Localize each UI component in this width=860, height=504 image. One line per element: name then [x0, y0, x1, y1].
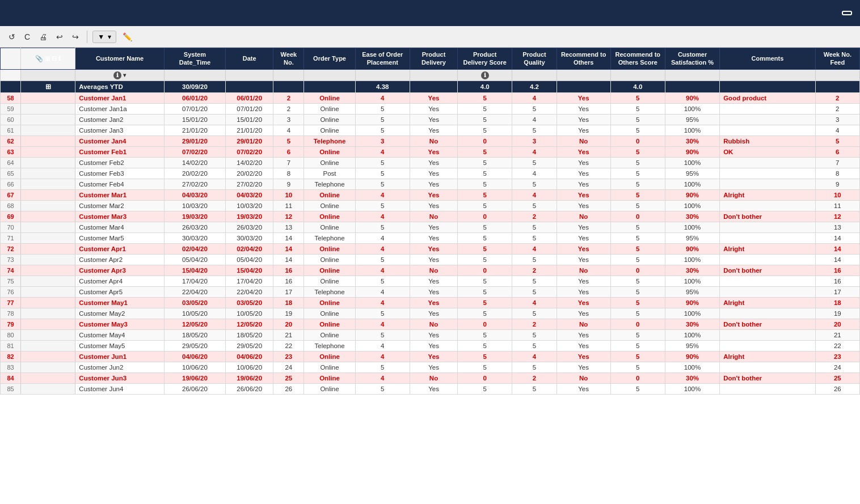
table-row[interactable]: 73 Customer Apr2 05/04/20 05/04/20 14 On… — [1, 254, 860, 265]
row-controls — [21, 329, 75, 340]
row-date: 10/05/20 — [226, 308, 273, 319]
table-row[interactable]: 69 Customer Mar3 19/03/20 19/03/20 12 On… — [1, 211, 860, 222]
row-customer-name: Customer Feb3 — [75, 168, 164, 179]
row-prodqual: 3 — [512, 135, 557, 146]
row-proddelsc: 0 — [458, 211, 512, 222]
table-container[interactable]: 📎 ⊞ ⊟ ℹ Customer Name System Date_Time D… — [0, 48, 860, 504]
table-row[interactable]: 62 Customer Jan4 29/01/20 29/01/20 5 Tel… — [1, 135, 860, 146]
clear-button[interactable]: C — [22, 31, 33, 43]
row-weekfeed: 26 — [815, 383, 859, 394]
table-row[interactable]: 61 Customer Jan3 21/01/20 21/01/20 4 Onl… — [1, 125, 860, 135]
avg-week — [273, 81, 304, 92]
redo-button[interactable]: ↪ — [69, 31, 82, 43]
filter-button[interactable]: ▼ ▾ — [92, 31, 116, 43]
subheader-name[interactable]: ℹ ▾ — [75, 69, 164, 81]
row-proddel: Yes — [410, 340, 457, 351]
row-ease: 4 — [355, 211, 410, 222]
edit-button[interactable]: ✏️ — [120, 31, 135, 43]
header-row: 📎 ⊞ ⊟ ℹ Customer Name System Date_Time D… — [1, 48, 860, 70]
row-proddel: Yes — [410, 146, 457, 157]
table-row[interactable]: 63 Customer Feb1 07/02/20 07/02/20 6 Onl… — [1, 146, 860, 157]
row-controls — [21, 372, 75, 383]
print-button[interactable]: 🖨 — [36, 31, 50, 43]
table-row[interactable]: 64 Customer Feb2 14/02/20 14/02/20 7 Onl… — [1, 157, 860, 168]
table-row[interactable]: 58 Customer Jan1 06/01/20 06/01/20 2 Onl… — [1, 92, 860, 103]
subheader-proddelsc: ℹ — [458, 69, 512, 81]
row-recsc: 5 — [610, 179, 665, 189]
row-controls — [21, 222, 75, 232]
row-sysdt: 29/05/20 — [164, 340, 225, 351]
row-week: 4 — [273, 125, 304, 135]
row-recoth: No — [557, 319, 610, 329]
subheader-recsc — [610, 69, 665, 81]
row-proddel: Yes — [410, 254, 457, 265]
row-proddelsc: 0 — [458, 135, 512, 146]
row-sysdt: 10/05/20 — [164, 308, 225, 319]
controls-header: 📎 ⊞ ⊟ ℹ — [21, 48, 75, 70]
row-weekfeed: 18 — [815, 297, 859, 308]
row-week: 7 — [273, 157, 304, 168]
table-row[interactable]: 65 Customer Feb3 20/02/20 20/02/20 8 Pos… — [1, 168, 860, 179]
row-week: 21 — [273, 329, 304, 340]
row-prodqual: 5 — [512, 179, 557, 189]
table-row[interactable]: 72 Customer Apr1 02/04/20 02/04/20 14 On… — [1, 243, 860, 254]
table-row[interactable]: 66 Customer Feb4 27/02/20 27/02/20 9 Tel… — [1, 179, 860, 189]
table-row[interactable]: 80 Customer May4 18/05/20 18/05/20 21 On… — [1, 329, 860, 340]
row-week: 3 — [273, 114, 304, 125]
row-sat: 90% — [665, 243, 719, 254]
col-ease-order: Ease of Order Placement — [355, 48, 410, 70]
table-row[interactable]: 81 Customer May5 29/05/20 29/05/20 22 Te… — [1, 340, 860, 351]
row-prodqual: 5 — [512, 308, 557, 319]
row-num: 71 — [1, 232, 21, 243]
row-recsc: 5 — [610, 92, 665, 103]
row-date: 17/04/20 — [226, 276, 273, 286]
table-row[interactable]: 82 Customer Jun1 04/06/20 04/06/20 23 On… — [1, 351, 860, 362]
table-row[interactable]: 59 Customer Jan1a 07/01/20 07/01/20 2 On… — [1, 103, 860, 114]
undo-button[interactable]: ↩ — [53, 31, 66, 43]
data-table: 📎 ⊞ ⊟ ℹ Customer Name System Date_Time D… — [0, 48, 860, 395]
row-proddelsc: 5 — [458, 308, 512, 319]
table-row[interactable]: 77 Customer May1 03/05/20 03/05/20 18 On… — [1, 297, 860, 308]
row-ease: 4 — [355, 146, 410, 157]
refresh-button[interactable]: ↺ — [6, 31, 18, 43]
info-icon-name[interactable]: ℹ — [113, 71, 121, 79]
table-row[interactable]: 68 Customer Mar2 10/03/20 10/03/20 11 On… — [1, 200, 860, 211]
table-row[interactable]: 71 Customer Mar5 30/03/20 30/03/20 14 Te… — [1, 232, 860, 243]
row-prodqual: 4 — [512, 243, 557, 254]
row-proddel: Yes — [410, 276, 457, 286]
table-row[interactable]: 79 Customer May3 12/05/20 12/05/20 20 On… — [1, 319, 860, 329]
table-row[interactable]: 67 Customer Mar1 04/03/20 04/03/20 10 On… — [1, 189, 860, 200]
row-num: 59 — [1, 103, 21, 114]
row-customer-name: Customer Apr4 — [75, 276, 164, 286]
row-recsc: 5 — [610, 157, 665, 168]
row-ordertype: Telephone — [304, 179, 355, 189]
row-date: 07/01/20 — [226, 103, 273, 114]
row-ordertype: Online — [304, 372, 355, 383]
subheader-ordertype — [304, 69, 355, 81]
table-row[interactable]: 74 Customer Apr3 15/04/20 15/04/20 16 On… — [1, 265, 860, 276]
row-customer-name: Customer Mar5 — [75, 232, 164, 243]
table-row[interactable]: 70 Customer Mar4 26/03/20 26/03/20 13 On… — [1, 222, 860, 232]
row-recoth: Yes — [557, 351, 610, 362]
table-row[interactable]: 75 Customer Apr4 17/04/20 17/04/20 16 On… — [1, 276, 860, 286]
table-row[interactable]: 60 Customer Jan2 15/01/20 15/01/20 3 Onl… — [1, 114, 860, 125]
table-row[interactable]: 76 Customer Apr5 22/04/20 22/04/20 17 Te… — [1, 286, 860, 297]
table-row[interactable]: 83 Customer Jun2 10/06/20 10/06/20 24 On… — [1, 362, 860, 372]
row-sysdt: 20/02/20 — [164, 168, 225, 179]
row-week: 14 — [273, 254, 304, 265]
row-ordertype: Online — [304, 351, 355, 362]
row-prodqual: 4 — [512, 168, 557, 179]
info-icon-delsc[interactable]: ℹ — [481, 71, 489, 79]
row-date: 03/05/20 — [226, 297, 273, 308]
table-row[interactable]: 84 Customer Jun3 19/06/20 19/06/20 25 On… — [1, 372, 860, 383]
row-recsc: 5 — [610, 103, 665, 114]
row-controls — [21, 211, 75, 222]
row-comments — [720, 103, 815, 114]
row-customer-name: Customer May5 — [75, 340, 164, 351]
subheader-prodqual — [512, 69, 557, 81]
row-weekfeed: 13 — [815, 222, 859, 232]
table-row[interactable]: 78 Customer May2 10/05/20 10/05/20 19 On… — [1, 308, 860, 319]
table-row[interactable]: 85 Customer Jun4 26/06/20 26/06/20 26 On… — [1, 383, 860, 394]
row-customer-name: Customer Jan4 — [75, 135, 164, 146]
filter-dropdown-name[interactable]: ▾ — [123, 71, 126, 79]
